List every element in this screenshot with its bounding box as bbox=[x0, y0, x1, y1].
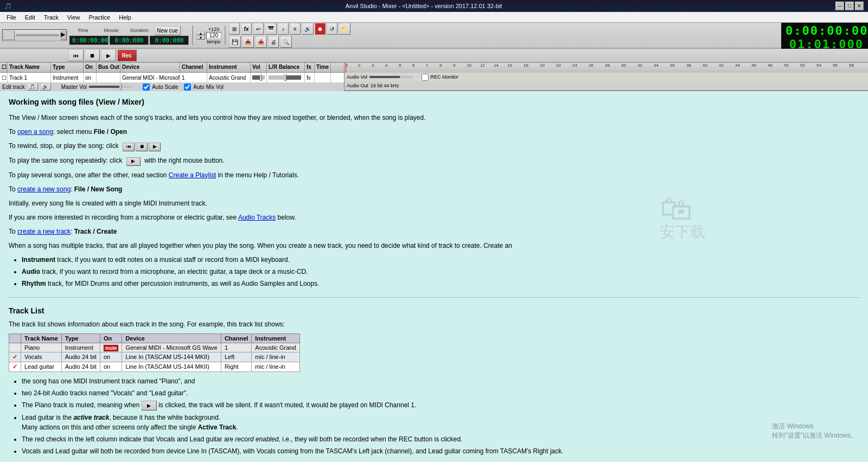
table-cell-device2: Line In (TASCAM US-144 MKII) bbox=[122, 352, 221, 362]
ruler-mark-17: 22 bbox=[556, 63, 561, 68]
col-device: Device bbox=[120, 63, 180, 72]
table-cell-device: General MIDI - Microsoft GS Wave bbox=[122, 343, 221, 352]
maximize-button[interactable]: □ bbox=[845, 2, 854, 10]
clock-time1: 0:00:00:000 bbox=[786, 24, 864, 37]
create-new-song-link[interactable]: create a new song bbox=[17, 185, 71, 193]
tempo-up[interactable]: ▲ bbox=[196, 31, 205, 35]
section1-title: Working with song files (View / Mixer) bbox=[9, 98, 859, 106]
toolbar-row1: ▶ Time Mouse Duration New cue 0:00:00:00… bbox=[0, 23, 868, 49]
track-vol[interactable] bbox=[251, 73, 267, 82]
track-balance[interactable] bbox=[267, 73, 305, 82]
menu-help[interactable]: Help bbox=[114, 13, 136, 22]
table-col-instrument: Instrument bbox=[252, 333, 299, 343]
auto-scale-check[interactable] bbox=[143, 84, 150, 91]
divider1 bbox=[192, 25, 193, 45]
play-button[interactable]: ▶ bbox=[101, 49, 116, 61]
audio-vol-label: Audio Vol bbox=[347, 74, 367, 80]
keyboard-button[interactable]: 🎹 bbox=[265, 23, 277, 35]
refresh-button[interactable]: ↺ bbox=[327, 23, 337, 35]
bullet4: the song has one MIDI Instrument track n… bbox=[22, 376, 859, 386]
bullet5: two 24-bit Audio tracks named "Vocals" a… bbox=[22, 388, 859, 398]
col-channel: Channel bbox=[180, 63, 207, 72]
track-name[interactable]: Track 1 bbox=[8, 73, 51, 82]
audio-out-row: Audio Out 16 bit 44 kHz bbox=[344, 81, 868, 90]
menu-view[interactable]: View bbox=[63, 13, 85, 22]
export-button[interactable]: 📤 bbox=[255, 36, 267, 48]
close-button[interactable]: ✕ bbox=[855, 2, 864, 10]
save-button[interactable]: 💾 bbox=[229, 36, 241, 48]
track-fx[interactable]: fx bbox=[305, 73, 315, 82]
tempo-down[interactable]: ▼ bbox=[196, 35, 205, 40]
right-panel-vol-row: Audio Vol REC Monitor bbox=[344, 73, 868, 81]
time-group: Time Mouse Duration New cue 0:00:00:000 … bbox=[69, 26, 189, 45]
stop-button[interactable]: ⏹ bbox=[85, 49, 100, 61]
rec-monitor-check[interactable] bbox=[422, 74, 429, 81]
sync-button[interactable]: ⊞ bbox=[229, 23, 240, 35]
new-cue-label: New cue bbox=[154, 26, 181, 35]
section1-p8: If you are more interested in recording … bbox=[9, 213, 859, 222]
folder-button[interactable]: 📁 bbox=[339, 23, 350, 35]
col-instrument: Instrument bbox=[207, 63, 251, 72]
track-type-list: Instrument track, if you want to edit no… bbox=[22, 255, 859, 288]
speaker-button[interactable]: 🔊 bbox=[302, 23, 314, 35]
table-cell-name: Piano bbox=[21, 343, 62, 352]
table-cell-instrument: Acoustic Grand bbox=[252, 343, 299, 352]
minimize-button[interactable]: ─ bbox=[835, 2, 844, 10]
import-button[interactable]: 📥 bbox=[242, 36, 254, 48]
tempo-sublabel: tempo bbox=[207, 39, 220, 44]
track-checkbox[interactable]: ☐ bbox=[0, 73, 8, 82]
section1-p5: To play several songs, one after the oth… bbox=[9, 170, 859, 180]
auto-mix-vol-check[interactable] bbox=[184, 84, 191, 91]
open-song-link[interactable]: open a song bbox=[17, 128, 53, 136]
table-cell-on2: on bbox=[100, 352, 122, 362]
ruler-mark-28: 44 bbox=[735, 63, 740, 68]
ruler-mark-2: 2 bbox=[358, 63, 360, 68]
bullet9: Vocals and Lead guitar will both be reco… bbox=[22, 446, 859, 456]
inline-play-btn: ▶ bbox=[149, 143, 161, 151]
create-new-track-link[interactable]: create a new track bbox=[17, 228, 71, 235]
col-time: Time bbox=[315, 63, 331, 72]
tempo-controls[interactable]: ▲ ▼ bbox=[196, 31, 205, 40]
menu-track[interactable]: Track bbox=[40, 13, 63, 22]
rec-button[interactable]: Rec bbox=[117, 49, 137, 61]
sheet-button[interactable]: ♪ bbox=[278, 23, 289, 35]
track-instrument[interactable]: Acoustic Grand bbox=[207, 73, 251, 82]
fx-button[interactable]: fx bbox=[241, 23, 252, 35]
inline-rewind-btn: ⏮ bbox=[123, 143, 135, 151]
song-position-slider[interactable]: ▶ bbox=[2, 29, 67, 41]
track-channel[interactable]: 1 bbox=[180, 73, 207, 82]
record-red-button[interactable]: ⏺ bbox=[315, 23, 326, 35]
mixer-button[interactable]: ≡ bbox=[290, 23, 301, 35]
menu-practice[interactable]: Practice bbox=[84, 13, 114, 22]
edit-track-btn1[interactable]: 🎵 bbox=[27, 83, 38, 91]
track-device[interactable]: General MIDI - Microsof... bbox=[120, 73, 180, 82]
tempo-input[interactable] bbox=[206, 32, 221, 39]
time-display[interactable]: 0:00:00:000 bbox=[69, 36, 108, 45]
menu-edit[interactable]: Edit bbox=[21, 13, 40, 22]
master-vol-slider[interactable] bbox=[89, 86, 132, 88]
track-row-1[interactable]: ☐ Track 1 Instrument on General MIDI - M… bbox=[0, 73, 344, 82]
section1-p3: To rewind, stop, or play the song: click… bbox=[9, 141, 859, 151]
create-playlist-link[interactable]: Create a Playlist bbox=[169, 171, 216, 179]
col-fx: fx bbox=[305, 63, 315, 72]
audio-vol-slider[interactable] bbox=[369, 76, 413, 78]
section2-p1: The track list shows information about e… bbox=[9, 319, 859, 329]
table-cell-name3: Lead guitar bbox=[21, 362, 62, 371]
title-bar: 🎵 Anvil Studio - Mixer - <Untitled> - ve… bbox=[0, 0, 868, 12]
undo-button[interactable]: ↩ bbox=[253, 23, 264, 35]
inline-stop-btn: ⏹ bbox=[136, 143, 148, 151]
zoom-button[interactable]: 🔍 bbox=[280, 36, 292, 48]
col-bus: Bus Out bbox=[97, 63, 120, 72]
rewind-button[interactable]: ⏮ bbox=[68, 49, 84, 61]
ruler-mark-34: 56 bbox=[833, 63, 838, 68]
ruler-mark-20: 28 bbox=[605, 63, 610, 68]
table-cell-channel2: Left bbox=[221, 352, 251, 362]
table-cell-type3: Audio 24 bit bbox=[61, 362, 100, 371]
print-button[interactable]: 🖨 bbox=[268, 36, 279, 48]
edit-track-btn2[interactable]: 🔊 bbox=[40, 83, 51, 91]
col-balance: L/R Balance bbox=[267, 63, 305, 72]
audio-tracks-link[interactable]: Audio Tracks bbox=[238, 214, 276, 221]
track-on[interactable]: on bbox=[84, 73, 97, 82]
menu-file[interactable]: File bbox=[2, 13, 21, 22]
track-type: Instrument bbox=[51, 73, 84, 82]
